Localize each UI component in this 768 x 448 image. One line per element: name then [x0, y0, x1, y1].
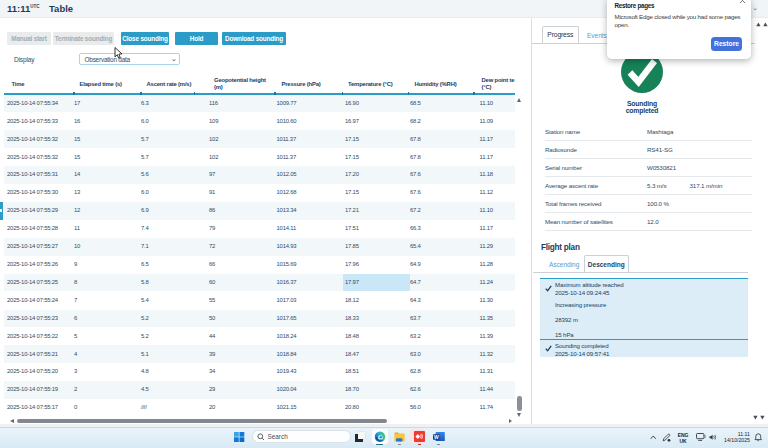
svg-text:W: W: [434, 433, 439, 439]
